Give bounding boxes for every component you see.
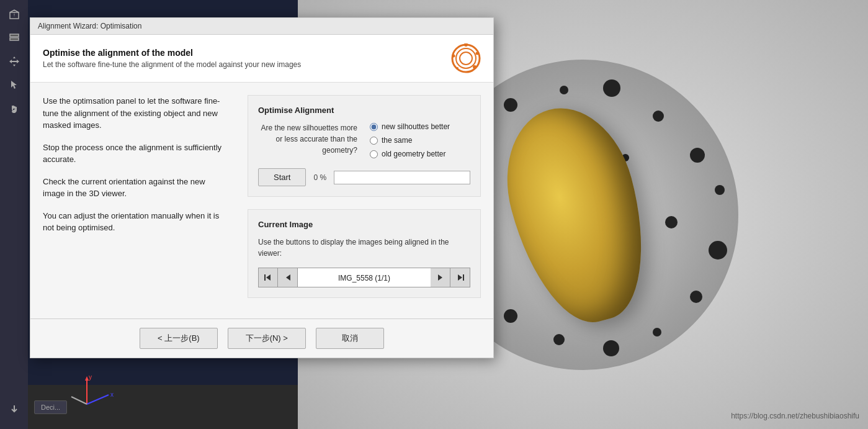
radio-new-better[interactable]: new silhouttes better xyxy=(370,122,450,131)
svg-line-20 xyxy=(87,395,109,404)
svg-point-4 xyxy=(456,48,476,68)
radio-new-better-input[interactable] xyxy=(370,123,378,131)
radio-same-label: the same xyxy=(382,136,412,145)
dialog-titlebar: Alignment Wizard: Optimisation xyxy=(30,18,493,35)
svg-text:y: y xyxy=(89,374,92,381)
watermark: https://blog.csdn.net/zhebushibiaoshifu xyxy=(731,412,859,420)
dot xyxy=(560,86,568,94)
dialog-subtitle: Let the software fine-tune the alignment… xyxy=(43,60,301,69)
svg-text:x: x xyxy=(110,391,114,398)
nav-first-button[interactable] xyxy=(258,268,278,287)
dialog-footer: < 上一步(B) 下一步(N) > 取消 xyxy=(30,318,493,358)
dot xyxy=(504,309,517,323)
svg-rect-11 xyxy=(264,274,266,281)
cancel-button[interactable]: 取消 xyxy=(316,328,384,349)
left-description: Use the optimsation panel to let the sof… xyxy=(43,95,229,306)
dialog-main-title: Optimise the alignment of the model xyxy=(43,48,301,58)
radio-same-input[interactable] xyxy=(370,137,378,145)
progress-text: 0 % xyxy=(313,173,326,182)
nav-last-button[interactable] xyxy=(450,268,470,287)
dot xyxy=(690,291,702,303)
hand-icon[interactable] xyxy=(3,97,25,120)
desc-para4: You can adjust the orientation manually … xyxy=(43,210,229,234)
next-button[interactable]: 下一步(N) > xyxy=(228,328,306,349)
svg-line-22 xyxy=(71,397,87,404)
progress-bar-container xyxy=(334,171,470,184)
radio-old-better-label: old geometry better xyxy=(382,150,445,158)
radio-old-better[interactable]: old geometry better xyxy=(370,150,450,158)
radio-group: new silhouttes better the same old geome… xyxy=(370,122,450,158)
dot xyxy=(653,111,664,122)
optimise-section-title: Optimise Alignment xyxy=(258,106,470,115)
move-icon[interactable] xyxy=(3,50,25,73)
axis-indicator: y x xyxy=(68,373,118,410)
dot xyxy=(653,328,661,336)
dot xyxy=(553,334,565,345)
svg-point-7 xyxy=(476,52,479,55)
current-image-desc: Use the buttons to display the images be… xyxy=(258,237,470,259)
desc-para3: Check the current orientation against th… xyxy=(43,176,229,200)
optimise-section: Optimise Alignment Are the new silhouett… xyxy=(248,95,481,197)
svg-marker-16 xyxy=(458,274,462,281)
app-logo xyxy=(451,43,481,73)
svg-point-8 xyxy=(473,65,477,69)
question-text: Are the new silhouettes more or less acc… xyxy=(258,122,357,156)
nav-next-button[interactable] xyxy=(431,268,450,287)
arrow-down-icon[interactable] xyxy=(3,398,25,420)
svg-point-5 xyxy=(460,52,472,65)
svg-rect-2 xyxy=(10,38,19,40)
right-panel: Optimise Alignment Are the new silhouett… xyxy=(248,95,481,306)
current-image-title: Current Image xyxy=(258,220,470,229)
svg-marker-13 xyxy=(286,274,290,281)
svg-point-6 xyxy=(464,43,468,47)
dot xyxy=(665,216,678,228)
current-image-section: Current Image Use the buttons to display… xyxy=(248,209,481,298)
svg-marker-14 xyxy=(438,274,442,281)
nav-prev-button[interactable] xyxy=(278,268,298,287)
dialog-body: Use the optimsation panel to let the sof… xyxy=(30,83,493,318)
layers-icon[interactable] xyxy=(3,27,25,49)
dot xyxy=(690,148,705,163)
start-row: Start 0 % xyxy=(258,168,470,186)
dot xyxy=(603,79,620,97)
decimate-button[interactable]: Deci... xyxy=(34,400,67,414)
radio-old-better-input[interactable] xyxy=(370,150,378,158)
watermark-text: https://blog.csdn.net/zhebushibiaoshifu xyxy=(731,412,859,420)
progress-value: 0 xyxy=(313,173,318,182)
dot xyxy=(715,185,725,195)
back-button[interactable]: < 上一步(B) xyxy=(140,328,218,349)
left-sidebar xyxy=(0,0,28,429)
svg-marker-12 xyxy=(266,274,271,281)
desc-para1: Use the optimsation panel to let the sof… xyxy=(43,95,229,132)
pointer-icon[interactable] xyxy=(3,74,25,96)
svg-point-9 xyxy=(456,67,459,70)
alignment-wizard-dialog: Alignment Wizard: Optimisation Optimise … xyxy=(30,17,494,358)
dot xyxy=(709,241,727,260)
cube-icon[interactable] xyxy=(3,3,25,25)
start-button[interactable]: Start xyxy=(258,168,306,186)
image-nav: IMG_5558 (1/1) xyxy=(258,268,470,287)
progress-unit: % xyxy=(320,173,327,182)
question-area: Are the new silhouettes more or less acc… xyxy=(258,122,470,158)
dot xyxy=(504,98,517,112)
radio-new-better-label: new silhouttes better xyxy=(382,122,450,131)
dot xyxy=(603,340,619,356)
dialog-header-text: Optimise the alignment of the model Let … xyxy=(43,48,301,69)
desc-para2: Stop the process once the alignment is s… xyxy=(43,142,229,166)
svg-rect-1 xyxy=(10,34,19,37)
svg-rect-15 xyxy=(463,274,464,281)
dialog-title: Alignment Wizard: Optimisation xyxy=(38,22,141,30)
radio-same[interactable]: the same xyxy=(370,136,450,145)
dialog-header: Optimise the alignment of the model Let … xyxy=(30,35,493,83)
svg-point-10 xyxy=(452,55,455,58)
image-name: IMG_5558 (1/1) xyxy=(298,268,431,287)
